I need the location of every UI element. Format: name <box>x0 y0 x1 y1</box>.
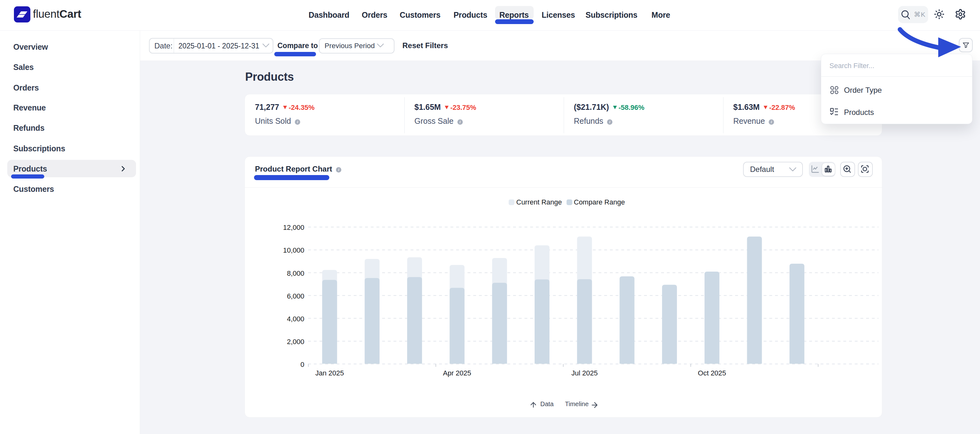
svg-text:Oct 2025: Oct 2025 <box>698 369 726 377</box>
svg-text:Jul 2025: Jul 2025 <box>571 369 598 377</box>
svg-text:Jan 2025: Jan 2025 <box>315 369 344 377</box>
svg-text:10,000: 10,000 <box>283 246 304 254</box>
svg-text:0: 0 <box>301 361 304 369</box>
svg-text:4,000: 4,000 <box>287 315 304 323</box>
svg-text:6,000: 6,000 <box>287 292 304 300</box>
svg-text:Apr 2025: Apr 2025 <box>443 369 471 377</box>
svg-text:2,000: 2,000 <box>287 338 304 346</box>
svg-text:12,000: 12,000 <box>283 223 304 231</box>
svg-text:8,000: 8,000 <box>287 270 304 277</box>
